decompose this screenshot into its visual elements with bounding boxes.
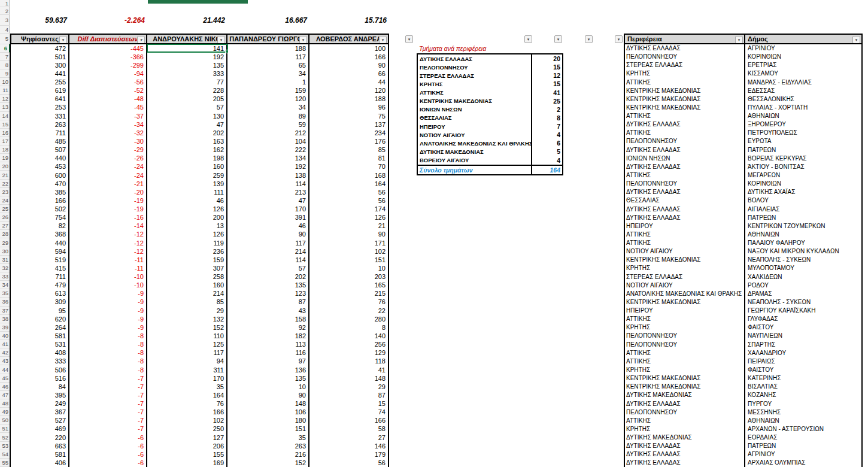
cell[interactable]: ΑΤΤΙΚΗΣ xyxy=(624,315,745,323)
cell[interactable]: 256 xyxy=(309,340,389,348)
fill-handle[interactable] xyxy=(225,50,229,53)
cell[interactable]: 202 xyxy=(147,129,227,137)
cell[interactable]: 81 xyxy=(309,154,389,162)
row-header[interactable]: 6 xyxy=(0,44,10,53)
cell[interactable]: 531 xyxy=(10,340,69,348)
cell[interactable]: -8 xyxy=(69,357,147,365)
cell[interactable]: 594 xyxy=(10,247,69,256)
row-header[interactable]: 50 xyxy=(0,416,10,424)
cell[interactable]: 116 xyxy=(227,348,309,357)
cell[interactable]: 214 xyxy=(227,247,309,256)
cell[interactable]: 85 xyxy=(147,298,227,306)
cell[interactable]: 440 xyxy=(10,154,69,162)
cell[interactable]: ΚΑΤΕΡΙΝΗΣ xyxy=(745,374,863,383)
cell[interactable]: 57 xyxy=(147,103,227,111)
cell[interactable]: 120 xyxy=(309,86,389,95)
cell[interactable]: 160 xyxy=(147,281,227,289)
row-header[interactable]: 9 xyxy=(0,69,10,78)
cell[interactable]: 90 xyxy=(227,230,309,238)
cell[interactable]: ΘΕΣΣΑΛΙΑΣ xyxy=(624,196,745,205)
cell[interactable]: 135 xyxy=(227,374,309,383)
pivot-row[interactable]: ΙΟΝΙΩΝ ΝΗΣΩΝ2 xyxy=(418,105,562,114)
cell[interactable]: 87 xyxy=(309,391,389,399)
cell[interactable]: 280 xyxy=(309,315,389,323)
cell[interactable]: ΑΤΤΙΚΗΣ xyxy=(624,238,745,247)
cell[interactable]: 641 xyxy=(10,95,69,103)
cell[interactable]: -26 xyxy=(69,154,147,162)
cell[interactable]: ΑΤΤΙΚΗΣ xyxy=(624,416,745,424)
cell[interactable]: 206 xyxy=(147,442,227,450)
cell[interactable]: 307 xyxy=(147,264,227,272)
cell[interactable]: 507 xyxy=(10,145,69,154)
pivot-row[interactable]: ΣΤΕΡΕΑΣ ΕΛΛΑΔΑΣ12 xyxy=(418,71,562,80)
cell[interactable]: ΚΕΝΤΡΙΚΗΣ ΜΑΚΕΔΟΝΙΑΣ xyxy=(624,103,745,111)
cell[interactable]: ΔΥΤΙΚΗΣ ΕΛΛΑΔΑΣ xyxy=(624,162,745,171)
filter-dropdown-icon[interactable]: ▾ xyxy=(217,36,225,44)
cell[interactable]: 95 xyxy=(10,307,69,315)
row-header[interactable]: 7 xyxy=(0,53,10,61)
cell[interactable]: 440 xyxy=(10,238,69,247)
cell[interactable]: 174 xyxy=(309,205,389,213)
cell[interactable]: 213 xyxy=(227,188,309,196)
cell[interactable]: ΔΥΤΙΚΗΣ ΜΑΚΕΔΟΝΙΑΣ xyxy=(624,433,745,441)
cell[interactable]: 162 xyxy=(147,145,227,154)
pivot-row[interactable]: ΘΕΣΣΑΛΙΑΣ8 xyxy=(418,114,562,122)
cell[interactable]: 44 xyxy=(309,78,389,86)
row-header[interactable]: 30 xyxy=(0,247,10,256)
cell[interactable]: -8 xyxy=(69,365,147,374)
cell[interactable]: 130 xyxy=(147,112,227,120)
cell[interactable]: ΝΟΤΙΟΥ ΑΙΓΑΙΟΥ xyxy=(624,281,745,289)
row-header[interactable]: 24 xyxy=(0,196,10,205)
cell[interactable]: ΑΤΤΙΚΗΣ xyxy=(624,112,745,120)
column-header-region[interactable]: Περιφέρεια ▾ xyxy=(624,34,745,44)
cell[interactable]: -16 xyxy=(69,213,147,222)
filter-dropdown-icon[interactable]: ▾ xyxy=(524,35,532,43)
row-header[interactable]: 2 xyxy=(0,7,10,15)
cell[interactable]: 119 xyxy=(147,238,227,247)
cell[interactable]: 711 xyxy=(10,272,69,281)
cell[interactable]: ΚΕΝΤΡΙΚΗΣ ΜΑΚΕΔΟΝΙΑΣ xyxy=(624,86,745,95)
cell[interactable]: 166 xyxy=(147,408,227,416)
cell[interactable]: 264 xyxy=(10,323,69,332)
cell[interactable]: 754 xyxy=(10,213,69,222)
cell[interactable]: ΠΑΛΑΙΟΥ ΦΑΛΗΡΟΥ xyxy=(745,238,863,247)
filter-dropdown-icon[interactable]: ▾ xyxy=(615,35,623,43)
cell[interactable]: ΙΟΝΙΩΝ ΝΗΣΩΝ xyxy=(624,154,745,162)
cell[interactable]: 8 xyxy=(309,323,389,332)
cell[interactable]: -11 xyxy=(69,256,147,264)
cell[interactable]: 111 xyxy=(147,188,227,196)
cell[interactable]: ΔΥΤΙΚΗΣ ΕΛΛΑΔΑΣ xyxy=(624,459,745,467)
pivot-row[interactable]: ΚΕΝΤΡΙΚΗΣ ΜΑΚΕΔΟΝΙΑΣ25 xyxy=(418,97,562,105)
cell[interactable]: 166 xyxy=(309,416,389,424)
cell[interactable]: 155 xyxy=(147,450,227,459)
cell[interactable]: 35 xyxy=(227,433,309,441)
cell[interactable]: ΑΤΤΙΚΗΣ xyxy=(624,357,745,365)
cell[interactable]: ΑΡΧΑΝΩΝ - ΑΣΤΕΡΟΥΣΙΩΝ xyxy=(745,424,863,433)
row-header[interactable]: 44 xyxy=(0,365,10,374)
cell[interactable]: -9 xyxy=(69,289,147,298)
cell[interactable]: 29 xyxy=(147,307,227,315)
row-header[interactable]: 39 xyxy=(0,323,10,332)
cell[interactable]: 188 xyxy=(227,44,309,53)
cell[interactable]: 102 xyxy=(147,416,227,424)
cell[interactable]: -24 xyxy=(69,171,147,179)
cell[interactable]: 506 xyxy=(10,365,69,374)
cell[interactable]: 166 xyxy=(309,53,389,61)
cell[interactable]: ΝΕΑΠΟΛΗΣ - ΣΥΚΕΩΝ xyxy=(745,256,863,264)
cell[interactable]: ΑΤΤΙΚΗΣ xyxy=(624,348,745,357)
cell[interactable]: ΔΥΤΙΚΗΣ ΕΛΛΑΔΑΣ xyxy=(624,213,745,222)
cell[interactable]: -366 xyxy=(69,53,147,61)
cell[interactable]: ΘΕΣΣΑΛΟΝΙΚΗΣ xyxy=(745,95,863,103)
cell[interactable]: -9 xyxy=(69,323,147,332)
cell[interactable]: 485 xyxy=(10,137,69,145)
cell[interactable]: ΕΟΡΔΑΙΑΣ xyxy=(745,433,863,441)
cell[interactable]: 160 xyxy=(147,162,227,171)
row-header[interactable]: 28 xyxy=(0,230,10,238)
cell[interactable]: -37 xyxy=(69,112,147,120)
cell[interactable]: 168 xyxy=(309,171,389,179)
cell[interactable]: 106 xyxy=(227,408,309,416)
cell[interactable]: 600 xyxy=(10,171,69,179)
cell[interactable]: 110 xyxy=(147,332,227,340)
pivot-row[interactable]: ΗΠΕΙΡΟΥ7 xyxy=(418,122,562,131)
summary-cell-diff[interactable]: -2.264 xyxy=(69,15,147,26)
